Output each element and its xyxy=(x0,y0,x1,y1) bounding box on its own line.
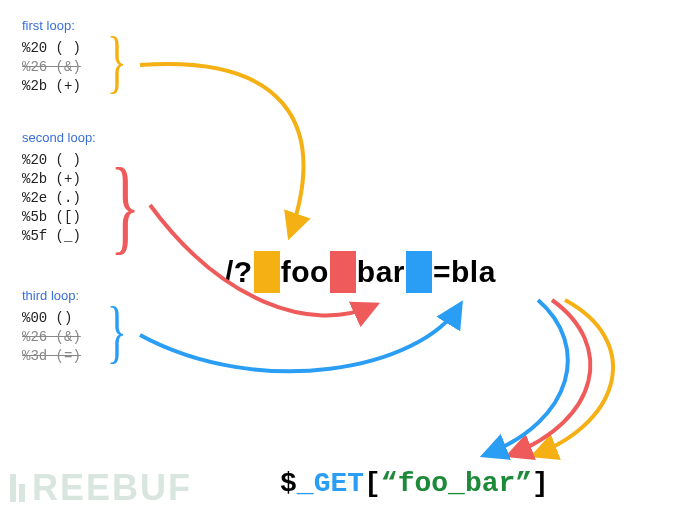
brace-icon: } xyxy=(107,292,127,372)
get-name: GET xyxy=(314,468,364,499)
query-suffix: =bla xyxy=(433,255,496,289)
arrow-third-loop xyxy=(140,305,460,371)
arrow-to-get-blue xyxy=(485,300,568,455)
loop-item: %5f (_) xyxy=(22,227,96,246)
loop-item: %3d (=) xyxy=(22,347,81,366)
loop-item: %2e (.) xyxy=(22,189,96,208)
third-loop-title: third loop: xyxy=(22,288,81,303)
watermark-text: REEBUF xyxy=(32,467,192,508)
loop-item: %2b (+) xyxy=(22,77,81,96)
get-key: foo_bar xyxy=(398,468,516,499)
get-close-bracket: ] xyxy=(532,468,549,499)
loop-item: %2b (+) xyxy=(22,170,96,189)
get-quote-close: ” xyxy=(515,468,532,499)
second-loop-title: second loop: xyxy=(22,130,96,145)
loop-item: %20 ( ) xyxy=(22,39,81,58)
query-seg2: bar xyxy=(357,255,405,289)
brace-icon: } xyxy=(110,145,140,266)
brace-icon: } xyxy=(107,22,127,102)
get-underscore: _ xyxy=(297,468,314,499)
third-loop-items: %00 () %26 (&) %3d (=) xyxy=(22,309,81,366)
watermark-logo: REEBUF xyxy=(10,467,192,511)
second-loop-block: second loop: %20 ( ) %2b (+) %2e (.) %5b… xyxy=(22,130,96,245)
php-get-expression: $_GET[“foo_bar”] xyxy=(280,468,549,499)
query-string: /? foo bar =bla xyxy=(225,251,496,293)
first-loop-block: first loop: %20 ( ) %26 (&) %2b (+) xyxy=(22,18,81,96)
arrow-first-loop xyxy=(140,64,303,235)
query-seg1: foo xyxy=(281,255,329,289)
loop-item: %26 (&) xyxy=(22,328,81,347)
first-loop-title: first loop: xyxy=(22,18,81,33)
arrow-to-get-yellow xyxy=(535,300,613,455)
loop-item: %5b ([) xyxy=(22,208,96,227)
query-prefix: /? xyxy=(225,255,253,289)
third-loop-block: third loop: %00 () %26 (&) %3d (=) xyxy=(22,288,81,366)
get-open-bracket: [ xyxy=(364,468,381,499)
second-loop-items: %20 ( ) %2b (+) %2e (.) %5b ([) %5f (_) xyxy=(22,151,96,245)
get-dollar: $ xyxy=(280,468,297,499)
get-quote-open: “ xyxy=(381,468,398,499)
logo-bars-icon xyxy=(10,469,28,511)
slot-first-loop xyxy=(254,251,280,293)
loop-item: %00 () xyxy=(22,309,81,328)
loop-item: %26 (&) xyxy=(22,58,81,77)
slot-third-loop xyxy=(406,251,432,293)
first-loop-items: %20 ( ) %26 (&) %2b (+) xyxy=(22,39,81,96)
arrow-to-get-red xyxy=(510,300,590,455)
slot-second-loop xyxy=(330,251,356,293)
loop-item: %20 ( ) xyxy=(22,151,96,170)
